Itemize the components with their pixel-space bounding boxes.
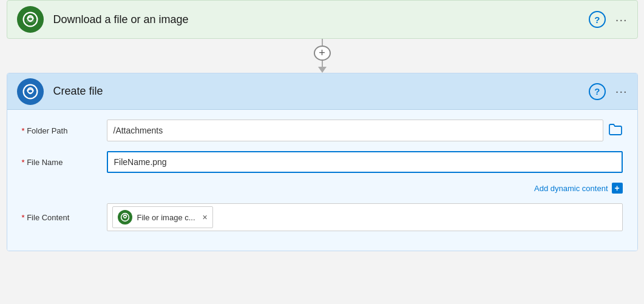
create-file-card: Create file ? ··· * File NameFolder Path…: [7, 73, 638, 251]
create-more-button[interactable]: ···: [615, 84, 628, 98]
create-file-card-body: * File NameFolder Path /Attachments * Fi…: [7, 110, 637, 251]
download-card-actions: ? ···: [589, 11, 628, 28]
file-content-chip: File or image c... ×: [112, 206, 213, 228]
create-file-card-icon: [17, 78, 44, 105]
folder-browse-button[interactable]: [608, 123, 623, 138]
download-card-icon: [17, 6, 44, 33]
step-connector: +: [314, 39, 331, 73]
download-more-button[interactable]: ···: [615, 13, 628, 27]
create-help-button[interactable]: ?: [589, 83, 606, 100]
file-content-label: * File Content: [22, 213, 107, 222]
chip-app-icon: [118, 210, 132, 225]
connector-line-top: [322, 39, 323, 46]
arrow-head-icon: [318, 67, 327, 73]
file-name-required-star: *: [22, 158, 27, 167]
file-content-input[interactable]: File or image c... ×: [107, 203, 623, 231]
connector-arrow: [318, 61, 327, 73]
download-card-title: Download a file or an image: [53, 13, 589, 26]
chip-label: File or image c...: [137, 213, 195, 222]
create-file-card-actions: ? ···: [589, 83, 628, 100]
create-file-card-header: Create file ? ···: [7, 73, 637, 110]
file-name-input[interactable]: FileName.png: [107, 151, 623, 173]
download-card: Download a file or an image ? ···: [7, 0, 638, 39]
folder-path-value: /Attachments: [114, 126, 163, 135]
svg-point-2: [23, 84, 37, 98]
download-help-button[interactable]: ?: [589, 11, 606, 28]
file-name-label: * File Name: [22, 158, 107, 167]
dynamic-content-row: Add dynamic content +: [22, 183, 623, 194]
dynamic-content-label: Add dynamic content: [534, 184, 608, 193]
dynamic-content-plus-icon: +: [612, 183, 623, 194]
create-file-card-title: Create file: [53, 85, 589, 98]
add-dynamic-content-button[interactable]: Add dynamic content +: [534, 183, 622, 194]
folder-path-input[interactable]: /Attachments: [107, 120, 603, 141]
file-content-row: * File Content File or image c...: [22, 203, 623, 231]
file-name-value: FileName.png: [114, 157, 167, 167]
connector-line-bottom: [322, 61, 323, 67]
chip-close-button[interactable]: ×: [203, 212, 208, 222]
folder-path-required-star: *: [22, 126, 27, 135]
folder-path-row: * File NameFolder Path /Attachments: [22, 120, 623, 141]
add-step-button[interactable]: +: [314, 46, 331, 61]
file-content-required-star: *: [22, 213, 27, 222]
file-name-row: * File Name FileName.png: [22, 151, 623, 173]
folder-path-label: * File NameFolder Path: [22, 126, 107, 135]
